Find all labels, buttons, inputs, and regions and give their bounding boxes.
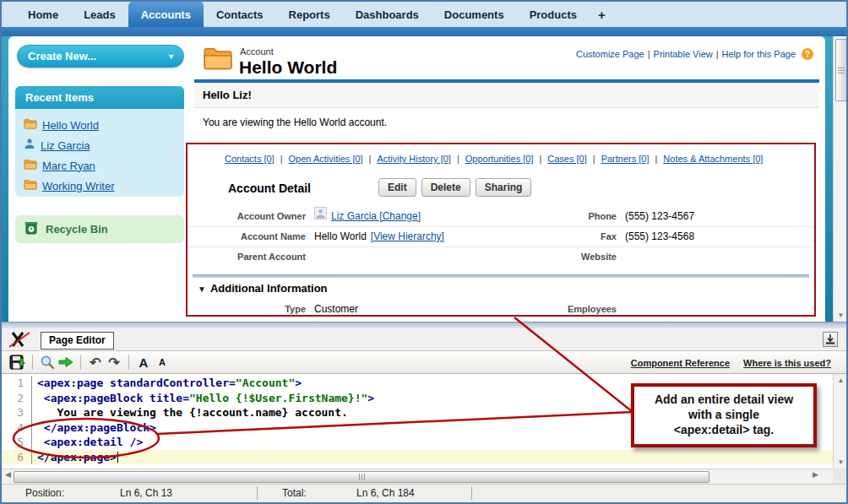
code-segment: "Account" — [236, 377, 295, 389]
recent-item[interactable]: Hello World — [15, 115, 184, 135]
related-list-link[interactable]: Notes & Attachments [0] — [663, 154, 763, 164]
additional-information-toggle[interactable]: ▼Additional Information — [198, 282, 328, 295]
code-segment: > — [367, 392, 374, 404]
code-text: </apex:pageBlock> — [32, 420, 156, 436]
scroll-down-icon[interactable]: ▼ — [834, 312, 848, 319]
tab-contacts[interactable]: Contacts — [204, 2, 276, 27]
code-line-6[interactable]: 6</apex:page> — [2, 450, 833, 465]
editor-splitter[interactable] — [2, 322, 846, 328]
related-list-link[interactable]: Partners [0] — [601, 154, 650, 164]
font-increase-icon-glyph: A — [139, 355, 149, 370]
field-link[interactable]: Liz Garcia [Change] — [331, 207, 421, 226]
recent-item-link: Marc Ryan — [42, 160, 95, 172]
field-value — [625, 300, 814, 319]
font-decrease-icon-glyph: A — [159, 357, 166, 367]
tab-page-editor[interactable]: Page Editor — [41, 332, 114, 350]
undo-icon[interactable]: ↶ — [86, 353, 105, 371]
tab-dashboards[interactable]: Dashboards — [343, 2, 432, 27]
font-increase-icon[interactable]: A — [134, 353, 153, 371]
field-value: (555) 123-4568 — [625, 227, 814, 247]
field-label: Parent Account — [196, 247, 306, 267]
separator: | — [716, 49, 719, 59]
tab-documents[interactable]: Documents — [432, 2, 517, 27]
edit-button[interactable]: Edit — [378, 178, 416, 197]
page-title: Hello World — [239, 57, 337, 78]
toolbar-separator — [128, 355, 129, 370]
create-new-button[interactable]: Create New... ▾ — [17, 45, 184, 68]
page-scrollbar[interactable]: ▼ — [833, 36, 848, 322]
find-icon[interactable] — [38, 353, 57, 371]
account-folder-icon — [203, 46, 233, 74]
delete-button[interactable]: Delete — [421, 178, 470, 197]
help-icon[interactable]: ? — [802, 48, 813, 60]
tab-reports[interactable]: Reports — [276, 2, 343, 27]
editor-horizontal-scrollbar[interactable]: ◀ ▶ — [2, 469, 833, 484]
section-divider — [193, 274, 809, 278]
field-label: Employees — [524, 300, 617, 319]
additional-information-title: Additional Information — [210, 282, 328, 295]
related-list-link[interactable]: Opportunities [0] — [465, 154, 534, 164]
scroll-right-icon[interactable]: ▶ — [813, 470, 818, 479]
related-list-link[interactable]: Cases [0] — [547, 154, 586, 164]
scrollbar-corner — [833, 469, 848, 484]
header-link[interactable]: Printable View — [654, 49, 713, 59]
toolbar-link[interactable]: Component Reference — [631, 358, 730, 368]
editor-vertical-scrollbar[interactable]: ▲ ▼ — [833, 374, 848, 469]
field-label: Account Name — [196, 227, 306, 247]
recent-items-list: Hello WorldLiz GarciaMarc RyanWorking Wr… — [15, 109, 184, 197]
toolbar-link[interactable]: Where is this used? — [743, 358, 831, 368]
code-text: <apex:page standardController="Account"> — [32, 376, 302, 391]
page-header-links: Customize Page|Printable View|Help for t… — [576, 48, 813, 60]
header-link[interactable]: Customize Page — [576, 49, 644, 59]
related-list-link[interactable]: Open Activities [0] — [289, 154, 363, 164]
sharing-button[interactable]: Sharing — [476, 178, 532, 197]
additional-field-rows: TypeCustomerEmployees — [188, 300, 814, 319]
recent-item[interactable]: Working Writer — [15, 176, 184, 196]
related-list-links: Contacts [0]|Open Activities [0]|Activit… — [225, 154, 763, 164]
scroll-down-icon[interactable]: ▼ — [834, 458, 848, 466]
font-decrease-icon[interactable]: A — [153, 353, 171, 371]
line-number: 2 — [2, 391, 32, 406]
recent-item[interactable]: Liz Garcia — [15, 135, 184, 155]
field-label: Website — [524, 247, 617, 267]
save-icon[interactable] — [8, 353, 27, 371]
text-cursor — [117, 452, 119, 463]
recent-item[interactable]: Marc Ryan — [15, 155, 184, 176]
separator: | — [648, 49, 650, 59]
detail-row: TypeCustomerEmployees — [188, 300, 814, 319]
related-list-link[interactable]: Activity History [0] — [377, 154, 450, 164]
go-icon[interactable] — [57, 353, 75, 371]
toolbar-separator — [80, 355, 81, 370]
detail-view-region: Contacts [0]|Open Activities [0]|Activit… — [186, 143, 816, 317]
header-link[interactable]: Help for this Page — [722, 49, 796, 59]
field-link[interactable]: [View Hierarchy] — [371, 227, 444, 247]
download-arrow-icon — [824, 333, 836, 345]
code-segment: <apex:detail /> — [37, 436, 143, 448]
editor-hscroll-thumb[interactable] — [14, 471, 709, 483]
add-tab-button[interactable]: + — [590, 2, 614, 27]
scroll-left-icon[interactable]: ◀ — [5, 470, 11, 479]
record-type-label: Account — [240, 46, 274, 57]
tabs: HomeLeadsAccountsContactsReportsDashboar… — [15, 2, 590, 27]
recent-item-link: Working Writer — [42, 180, 114, 192]
tab-home[interactable]: Home — [15, 2, 71, 27]
line-number: 5 — [2, 435, 32, 450]
field-label: Phone — [524, 207, 617, 226]
code-segment: <apex:page standardController= — [37, 377, 236, 389]
field-label: Type — [196, 300, 306, 319]
tab-products[interactable]: Products — [517, 2, 590, 27]
collapse-editor-button[interactable] — [823, 332, 838, 347]
tab-accounts[interactable]: Accounts — [128, 2, 204, 27]
tab-leads[interactable]: Leads — [71, 2, 128, 27]
redo-icon[interactable]: ↷ — [105, 353, 123, 371]
separator: | — [539, 154, 541, 164]
page-panel: Create New... ▾ Recent Items Hello World… — [8, 36, 825, 322]
field-value — [625, 247, 814, 267]
code-segment: > — [295, 377, 302, 389]
separator: | — [457, 154, 459, 164]
scroll-up-icon[interactable]: ▲ — [834, 377, 848, 384]
related-list-link[interactable]: Contacts [0] — [225, 154, 275, 164]
page-scrollbar-thumb[interactable] — [835, 39, 847, 101]
recycle-bin-button[interactable]: Recycle Bin — [15, 215, 184, 243]
code-text: </apex:page> — [32, 450, 118, 465]
